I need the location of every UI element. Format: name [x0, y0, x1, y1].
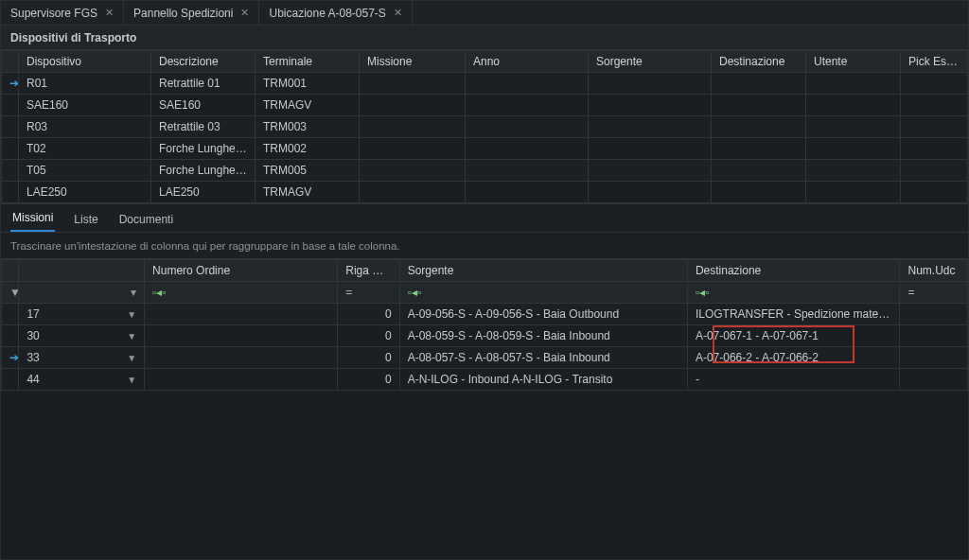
devices-cell — [712, 116, 806, 138]
app-root: Supervisore FGS✕Pannello Spedizioni✕Ubic… — [0, 0, 969, 560]
devices-cell — [466, 95, 589, 116]
missions-row[interactable]: 30▼0A-08-059-S - A-08-059-S - Baia Inbou… — [2, 325, 968, 347]
devices-col-7[interactable]: Utente — [806, 51, 901, 73]
devices-col-6[interactable]: Destinazione — [712, 51, 806, 73]
devices-table: DispositivoDescrizioneTerminaleMissioneA… — [1, 50, 968, 203]
devices-title: Dispositivi di Trasporto — [10, 31, 136, 44]
arrow-right-icon: ➔ — [9, 77, 19, 90]
row-indicator — [2, 95, 19, 116]
row-indicator — [2, 138, 19, 160]
filter-numudc-op[interactable]: = — [900, 282, 968, 304]
devices-row[interactable]: T02Forche Lunghe 02TRM002 — [2, 138, 968, 160]
filter-ordine-op[interactable]: ▫◂▫ — [145, 282, 338, 304]
missions-ordine — [145, 347, 338, 369]
devices-cell — [589, 73, 712, 95]
main-tab-label: Supervisore FGS — [10, 7, 97, 20]
missions-row[interactable]: 17▼0A-09-056-S - A-09-056-S - Baia Outbo… — [2, 304, 968, 325]
row-indicator-header — [2, 260, 19, 282]
devices-cell: SAE160 — [151, 95, 255, 116]
sub-tabstrip: MissioniListeDocumenti — [1, 204, 968, 233]
missions-ordine — [145, 325, 338, 347]
devices-row[interactable]: T05Forche Lunghe 05TRM005 — [2, 160, 968, 182]
chevron-down-icon[interactable]: ▼ — [127, 375, 136, 385]
filter-dest-op[interactable]: ▫◂▫ — [687, 282, 900, 304]
missions-col-4[interactable]: Num.Udc — [900, 260, 968, 282]
devices-row[interactable]: ➔R01Retrattile 01TRM001 — [2, 73, 968, 95]
close-icon[interactable]: ✕ — [105, 7, 114, 19]
devices-cell: Retrattile 01 — [151, 73, 255, 95]
missions-id: 17 — [26, 307, 39, 321]
devices-col-4[interactable]: Anno — [466, 51, 589, 73]
filter-funnel-icon[interactable]: ▼ — [2, 282, 19, 304]
missions-id-cell[interactable]: 33▼ — [19, 347, 145, 369]
devices-cell: TRM003 — [255, 116, 360, 138]
devices-row[interactable]: R03Retrattile 03TRM003 — [2, 116, 968, 138]
devices-col-3[interactable]: Missione — [360, 51, 466, 73]
close-icon[interactable]: ✕ — [394, 7, 402, 19]
devices-cell — [466, 138, 589, 160]
filter-riga-op[interactable]: = — [338, 282, 399, 304]
devices-cell — [589, 116, 712, 138]
missions-row[interactable]: 44▼0A-N-ILOG - Inbound A-N-ILOG - Transi… — [2, 369, 968, 391]
devices-cell — [360, 182, 466, 203]
devices-cell: Forche Lunghe 02 — [151, 138, 255, 160]
devices-table-wrap: DispositivoDescrizioneTerminaleMissioneA… — [1, 50, 968, 204]
subtab-liste[interactable]: Liste — [72, 207, 99, 232]
row-indicator — [2, 182, 19, 203]
devices-cell: TRM002 — [255, 138, 360, 160]
missions-ordine — [145, 369, 338, 391]
missions-col-3[interactable]: Destinazione — [687, 260, 900, 282]
filter-id-dropdown[interactable]: ▾ — [19, 282, 145, 304]
devices-cell — [901, 116, 968, 138]
devices-cell — [712, 160, 806, 182]
missions-col-2[interactable]: Sorgente — [399, 260, 687, 282]
subtab-documenti[interactable]: Documenti — [117, 207, 175, 232]
missions-riga: 0 — [338, 325, 399, 347]
missions-dest: A-07-066-2 - A-07-066-2 — [687, 347, 900, 369]
devices-cell — [806, 182, 901, 203]
main-tab-2[interactable]: Ubicazione A-08-057-S✕ — [259, 1, 412, 25]
missions-id-header[interactable] — [19, 260, 145, 282]
filter-sorgente-op[interactable]: ▫◂▫ — [399, 282, 687, 304]
devices-col-5[interactable]: Sorgente — [589, 51, 712, 73]
devices-cell — [712, 182, 806, 203]
devices-col-8[interactable]: Pick Eseguito — [901, 51, 968, 73]
main-tab-0[interactable]: Supervisore FGS✕ — [1, 1, 124, 25]
chevron-down-icon[interactable]: ▼ — [127, 309, 136, 320]
missions-numudc — [900, 304, 968, 325]
devices-cell — [806, 116, 901, 138]
missions-col-0[interactable]: Numero Ordine — [145, 260, 338, 282]
devices-col-2[interactable]: Terminale — [255, 51, 360, 73]
devices-cell — [360, 138, 466, 160]
missions-sorgente: A-08-057-S - A-08-057-S - Baia Inbound — [399, 347, 687, 369]
missions-dest: A-07-067-1 - A-07-067-1 — [687, 325, 900, 347]
devices-row[interactable]: SAE160SAE160TRMAGV — [2, 95, 968, 116]
devices-col-1[interactable]: Descrizione — [151, 51, 255, 73]
devices-cell — [901, 160, 968, 182]
chevron-down-icon[interactable]: ▼ — [127, 331, 136, 341]
missions-id-cell[interactable]: 30▼ — [19, 325, 145, 347]
missions-id-cell[interactable]: 17▼ — [19, 304, 145, 325]
devices-cell: LAE250 — [151, 182, 255, 203]
devices-cell — [806, 95, 901, 116]
devices-col-0[interactable]: Dispositivo — [19, 51, 151, 73]
devices-cell — [901, 95, 968, 116]
missions-grid: Numero OrdineRiga OrdineSorgenteDestinaz… — [1, 259, 968, 391]
main-tab-1[interactable]: Pannello Spedizioni✕ — [124, 1, 259, 25]
missions-row[interactable]: ➔33▼0A-08-057-S - A-08-057-S - Baia Inbo… — [2, 347, 968, 369]
row-indicator — [2, 325, 19, 347]
row-indicator: ➔ — [2, 73, 19, 95]
close-icon[interactable]: ✕ — [240, 7, 249, 19]
devices-cell — [806, 138, 901, 160]
devices-cell: R03 — [19, 116, 151, 138]
devices-row[interactable]: LAE250LAE250TRMAGV — [2, 182, 968, 203]
chevron-down-icon[interactable]: ▼ — [127, 353, 136, 363]
subtab-missioni[interactable]: Missioni — [10, 205, 55, 232]
missions-numudc — [900, 325, 968, 347]
missions-id: 30 — [26, 329, 39, 342]
devices-cell: T05 — [19, 160, 151, 182]
devices-cell — [589, 160, 712, 182]
missions-col-1[interactable]: Riga Ordine — [338, 260, 399, 282]
main-tab-label: Pannello Spedizioni — [133, 7, 233, 20]
missions-id-cell[interactable]: 44▼ — [19, 369, 145, 391]
